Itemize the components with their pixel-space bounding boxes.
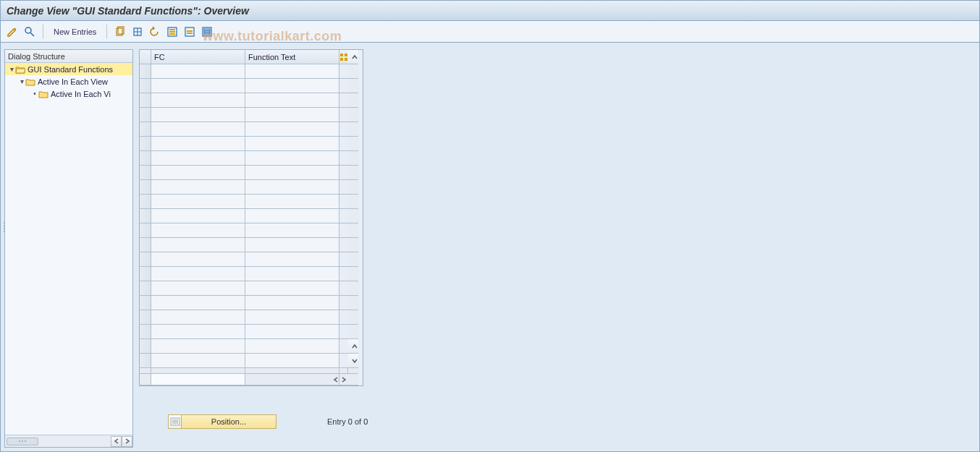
select-block-icon[interactable] (182, 25, 197, 39)
cell-fc[interactable] (151, 325, 245, 339)
delete-icon[interactable] (130, 25, 145, 39)
splitter-handle[interactable] (2, 209, 7, 245)
row-selector[interactable] (140, 310, 151, 325)
row-selector[interactable] (140, 209, 151, 223)
row-selector[interactable] (140, 180, 151, 195)
column-header-fc[interactable]: FC (151, 50, 245, 64)
other-view-icon[interactable] (22, 25, 37, 39)
vscroll-track[interactable] (348, 325, 358, 339)
row-selector[interactable] (140, 281, 151, 296)
vscroll-track[interactable] (348, 122, 358, 137)
cell-function-text[interactable] (245, 64, 339, 79)
row-selector[interactable] (140, 325, 151, 339)
cell-function-text[interactable] (245, 122, 339, 137)
cell-fc[interactable] (151, 267, 245, 281)
vscroll-down-button[interactable] (348, 354, 358, 368)
cell-fc[interactable] (151, 93, 245, 108)
cell-fc[interactable] (151, 296, 245, 310)
cell-fc[interactable] (151, 122, 245, 137)
cell-function-text[interactable] (245, 339, 339, 354)
cell-function-text[interactable] (245, 223, 339, 238)
row-selector[interactable] (140, 151, 151, 166)
cell-function-text[interactable] (245, 281, 339, 296)
cell-fc[interactable] (151, 64, 245, 79)
vscroll-track[interactable] (348, 281, 358, 296)
column-header-function-text[interactable]: Function Text (245, 50, 339, 64)
cell-fc[interactable] (151, 209, 245, 223)
cell-function-text[interactable] (245, 296, 339, 310)
cell-function-text[interactable] (245, 267, 339, 281)
vscroll-track[interactable] (348, 310, 358, 325)
cell-fc[interactable] (151, 166, 245, 180)
cell-function-text[interactable] (245, 137, 339, 151)
cell-fc[interactable] (151, 310, 245, 325)
grid-corner[interactable] (140, 50, 151, 64)
vscroll-track[interactable] (348, 195, 358, 209)
row-selector[interactable] (140, 166, 151, 180)
vscroll-track[interactable] (348, 151, 358, 166)
vscroll-track[interactable] (348, 79, 358, 93)
row-selector[interactable] (140, 137, 151, 151)
row-selector[interactable] (140, 64, 151, 79)
tree-node-active-in-each-view[interactable]: ▾ Active In Each View (5, 75, 132, 88)
cell-fc[interactable] (151, 137, 245, 151)
cell-fc[interactable] (151, 180, 245, 195)
vscroll-track[interactable] (348, 209, 358, 223)
toggle-display-change-icon[interactable] (5, 25, 20, 39)
row-selector[interactable] (140, 122, 151, 137)
row-selector[interactable] (140, 354, 151, 368)
row-selector[interactable] (140, 296, 151, 310)
hscroll-track[interactable] (5, 436, 111, 447)
vscroll-up-step-button[interactable] (348, 339, 358, 354)
row-selector[interactable] (140, 339, 151, 354)
cell-function-text[interactable] (245, 93, 339, 108)
vscroll-track[interactable] (348, 238, 358, 252)
vscroll-up-button[interactable] (348, 50, 358, 64)
cell-function-text[interactable] (245, 108, 339, 122)
cell-fc[interactable] (151, 108, 245, 122)
vscroll-track[interactable] (348, 64, 358, 79)
deselect-all-icon[interactable] (200, 25, 214, 39)
vscroll-track[interactable] (348, 93, 358, 108)
undo-change-icon[interactable] (148, 25, 162, 39)
cell-fc[interactable] (151, 252, 245, 267)
cell-function-text[interactable] (245, 195, 339, 209)
cell-function-text[interactable] (245, 354, 339, 368)
tree-expander-icon[interactable]: ▾ (18, 77, 25, 85)
select-all-icon[interactable] (165, 25, 179, 39)
vscroll-track[interactable] (348, 267, 358, 281)
row-selector[interactable] (140, 267, 151, 281)
cell-function-text[interactable] (245, 209, 339, 223)
tree-expander-icon[interactable]: ▾ (8, 65, 15, 73)
row-selector[interactable] (140, 195, 151, 209)
cell-function-text[interactable] (245, 310, 339, 325)
grid-hscroll-track[interactable] (151, 374, 245, 385)
cell-function-text[interactable] (245, 180, 339, 195)
row-selector[interactable] (140, 108, 151, 122)
row-selector[interactable] (140, 238, 151, 252)
cell-fc[interactable] (151, 79, 245, 93)
vscroll-track[interactable] (348, 296, 358, 310)
position-button[interactable]: Position... (168, 414, 276, 429)
cell-function-text[interactable] (245, 252, 339, 267)
cell-function-text[interactable] (245, 325, 339, 339)
cell-fc[interactable] (151, 354, 245, 368)
hscroll-left-button[interactable] (111, 436, 122, 447)
vscroll-track[interactable] (348, 108, 358, 122)
vscroll-track[interactable] (348, 223, 358, 238)
vscroll-track[interactable] (348, 137, 358, 151)
tree-node-active-in-each-view-sub[interactable]: • Active In Each Vi (5, 88, 132, 100)
cell-function-text[interactable] (245, 166, 339, 180)
copy-as-icon[interactable] (113, 25, 127, 39)
table-config-button[interactable] (339, 50, 348, 64)
vscroll-track[interactable] (348, 166, 358, 180)
cell-function-text[interactable] (245, 238, 339, 252)
cell-fc[interactable] (151, 281, 245, 296)
vscroll-track[interactable] (348, 180, 358, 195)
grid-hscroll-right-button[interactable] (339, 374, 348, 385)
cell-function-text[interactable] (245, 151, 339, 166)
tree-horizontal-scrollbar[interactable] (5, 435, 132, 447)
row-selector[interactable] (140, 252, 151, 267)
tree-node-gui-standard-functions[interactable]: ▾ GUI Standard Functions (5, 63, 132, 75)
cell-fc[interactable] (151, 195, 245, 209)
